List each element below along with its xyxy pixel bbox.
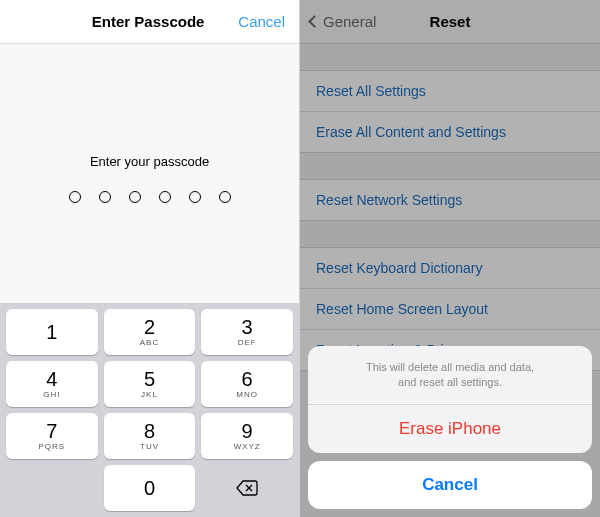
key-6[interactable]: 6MNO xyxy=(201,361,293,407)
key-5[interactable]: 5JKL xyxy=(104,361,196,407)
action-sheet: This will delete all media and data, and… xyxy=(308,346,592,509)
erase-iphone-button[interactable]: Erase iPhone xyxy=(308,405,592,453)
key-8[interactable]: 8TUV xyxy=(104,413,196,459)
backspace-icon xyxy=(236,480,258,496)
action-sheet-message: This will delete all media and data, and… xyxy=(308,346,592,404)
key-2[interactable]: 2ABC xyxy=(104,309,196,355)
key-1[interactable]: 1 xyxy=(6,309,98,355)
key-backspace[interactable] xyxy=(201,465,293,511)
action-sheet-cancel-button[interactable]: Cancel xyxy=(308,461,592,509)
reset-screen: General Reset Reset All Settings Erase A… xyxy=(300,0,600,517)
passcode-title: Enter Passcode xyxy=(58,13,238,30)
key-9[interactable]: 9WXYZ xyxy=(201,413,293,459)
cancel-button[interactable]: Cancel xyxy=(238,13,285,30)
numeric-keypad: 1 2ABC 3DEF 4GHI 5JKL 6MNO 7PQRS 8TUV 9W… xyxy=(0,303,299,517)
passcode-navbar: Enter Passcode Cancel xyxy=(0,0,299,44)
passcode-dot xyxy=(99,191,111,203)
key-7[interactable]: 7PQRS xyxy=(6,413,98,459)
passcode-dot xyxy=(159,191,171,203)
key-blank xyxy=(6,465,98,511)
passcode-dot xyxy=(129,191,141,203)
passcode-screen: Enter Passcode Cancel Enter your passcod… xyxy=(0,0,300,517)
passcode-prompt: Enter your passcode xyxy=(0,154,299,169)
key-0[interactable]: 0 xyxy=(104,465,196,511)
passcode-dot xyxy=(219,191,231,203)
passcode-dot xyxy=(189,191,201,203)
key-3[interactable]: 3DEF xyxy=(201,309,293,355)
passcode-dots xyxy=(0,191,299,203)
passcode-dot xyxy=(69,191,81,203)
key-4[interactable]: 4GHI xyxy=(6,361,98,407)
action-sheet-block: This will delete all media and data, and… xyxy=(308,346,592,453)
